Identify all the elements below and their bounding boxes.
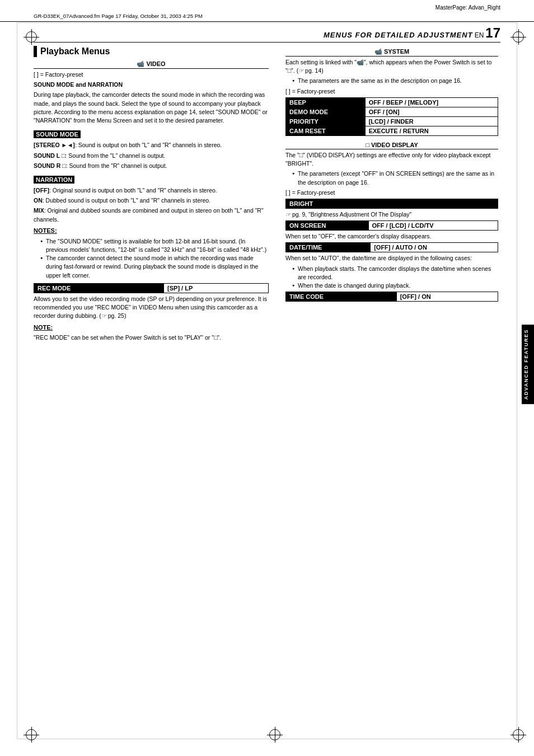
cam-reset-label: CAM RESET xyxy=(286,126,366,135)
bright-ref: ☞ pg. 9, "Brightness Adjustment Of The D… xyxy=(285,210,498,219)
rec-mode-table: REC MODE [SP] / LP xyxy=(34,283,269,293)
sound-mode-label: SOUND MODE xyxy=(34,130,81,138)
system-factory-preset: [ ] = Factory-preset xyxy=(285,87,498,96)
page: MasterPage: Advan_Right GR-D33EK_07Advan… xyxy=(0,0,534,756)
sound-mode-block: SOUND MODE [STEREO ►◄]: Sound is output … xyxy=(34,128,269,170)
system-menu-table: BEEP OFF / BEEP / [MELODY] DEMO MODE OFF… xyxy=(285,97,498,136)
on-screen-label: ON SCREEN xyxy=(286,221,369,231)
notes-heading: NOTES: xyxy=(34,227,269,236)
right-column: 📹 SYSTEM Each setting is linked with "📹"… xyxy=(285,46,498,344)
table-row: CAM RESET EXECUTE / RETURN xyxy=(286,126,498,135)
sound-mode-narration-heading: SOUND MODE and NARRATION xyxy=(34,81,269,89)
date-time-table: DATE/TIME [OFF] / AUTO / ON xyxy=(285,242,498,252)
note-block: NOTE: "REC MODE" can be set when the Pow… xyxy=(34,323,269,342)
rec-mode-option: [SP] / LP xyxy=(164,283,269,293)
demo-mode-label: DEMO MODE xyxy=(286,107,366,116)
playback-menus-title: Playback Menus xyxy=(40,46,110,57)
priority-label: PRIORITY xyxy=(286,116,366,126)
note-body: "REC MODE" can be set when the Power Swi… xyxy=(34,334,269,342)
column-spacer xyxy=(269,46,285,344)
video-display-header: □ VIDEO DISPLAY xyxy=(285,142,498,149)
beep-label: BEEP xyxy=(286,97,366,107)
time-code-label: TIME CODE xyxy=(286,292,397,302)
masterpage-label: MasterPage: Advan_Right xyxy=(0,0,534,12)
on-screen-table: ON SCREEN OFF / [LCD] / LCD/TV xyxy=(285,220,498,231)
narration-label: NARRATION xyxy=(34,176,74,184)
factory-preset-left: [ ] = Factory-preset xyxy=(34,71,269,79)
video-section-header: 📹 VIDEO xyxy=(34,60,269,69)
file-info: GR-D33EK_07Advanced.fm Page 17 Friday, O… xyxy=(0,12,534,22)
advanced-features-label: ADVANCED FEATURES xyxy=(522,325,534,404)
video-display-bullets: The parameters (except "OFF" in ON SCREE… xyxy=(285,170,498,186)
page-title-right: MENUS FOR DETAILED ADJUSTMENT EN 17 xyxy=(324,26,500,40)
system-bullet-1: The parameters are the same as in the de… xyxy=(292,77,498,85)
demo-mode-option: OFF / [ON] xyxy=(365,107,498,116)
on-screen-option: OFF / [LCD] / LCD/TV xyxy=(368,221,498,231)
narration-block: NARRATION [OFF]: Original sound is outpu… xyxy=(34,173,269,224)
en-label: EN xyxy=(475,31,484,39)
date-time-bullets: When playback starts. The camcorder disp… xyxy=(285,265,498,290)
system-bullets: The parameters are the same as in the de… xyxy=(285,77,498,85)
notes-list: The "SOUND MODE" setting is available fo… xyxy=(34,237,269,280)
date-time-note: When set to "AUTO", the date/time are di… xyxy=(285,254,498,262)
date-time-bullet-1: When playback starts. The camcorder disp… xyxy=(292,265,498,281)
bright-table: BRIGHT xyxy=(285,199,498,209)
left-column: Playback Menus 📹 VIDEO [ ] = Factory-pre… xyxy=(34,46,269,344)
video-display-bullet-1: The parameters (except "OFF" in ON SCREE… xyxy=(292,170,498,186)
page-header: MENUS FOR DETAILED ADJUSTMENT MENUS FOR … xyxy=(34,26,500,43)
table-row: ON SCREEN OFF / [LCD] / LCD/TV xyxy=(286,221,498,231)
priority-option: [LCD] / FINDER xyxy=(365,116,498,126)
table-row: BRIGHT xyxy=(286,199,498,208)
time-code-option: [OFF] / ON xyxy=(396,292,498,302)
table-row: PRIORITY [LCD] / FINDER xyxy=(286,116,498,126)
main-content: Playback Menus 📹 VIDEO [ ] = Factory-pre… xyxy=(34,46,500,344)
video-display-factory-preset: [ ] = Factory-preset xyxy=(285,189,498,197)
system-section-header: 📹 SYSTEM xyxy=(285,48,498,57)
video-display-body: The "□" (VIDEO DISPLAY) settings are eff… xyxy=(285,151,498,168)
table-row: TIME CODE [OFF] / ON xyxy=(286,292,498,302)
date-time-label: DATE/TIME xyxy=(286,243,371,252)
playback-menus-heading: Playback Menus xyxy=(34,46,269,57)
page-number: 17 xyxy=(485,26,500,40)
sound-mode-narration-body: During tape playback, the camcorder dete… xyxy=(34,91,269,125)
system-body: Each setting is linked with "📹", which a… xyxy=(285,58,498,75)
rec-mode-label: REC MODE xyxy=(34,283,164,293)
table-row: BEEP OFF / BEEP / [MELODY] xyxy=(286,97,498,107)
table-row: DATE/TIME [OFF] / AUTO / ON xyxy=(286,243,498,252)
page-title-text: MENUS FOR DETAILED ADJUSTMENT xyxy=(324,31,473,39)
heading-bar xyxy=(34,46,37,57)
on-screen-note: When set to "OFF", the camcorder's displ… xyxy=(285,232,498,241)
note-item-2: The camcorder cannot detect the sound mo… xyxy=(40,254,269,280)
date-time-bullet-2: When the date is changed during playback… xyxy=(292,281,498,290)
note-heading: NOTE: xyxy=(34,323,269,332)
table-row: DEMO MODE OFF / [ON] xyxy=(286,107,498,116)
beep-option: OFF / BEEP / [MELODY] xyxy=(365,97,498,107)
bright-label: BRIGHT xyxy=(286,199,498,208)
time-code-table: TIME CODE [OFF] / ON xyxy=(285,292,498,302)
rec-mode-body: Allows you to set the video recording mo… xyxy=(34,295,269,321)
notes-block: NOTES: The "SOUND MODE" setting is avail… xyxy=(34,227,269,280)
note-item-1: The "SOUND MODE" setting is available fo… xyxy=(40,237,269,254)
rec-mode-block: REC MODE [SP] / LP Allows you to set the… xyxy=(34,283,269,321)
date-time-option: [OFF] / AUTO / ON xyxy=(371,243,498,252)
cam-reset-option: EXECUTE / RETURN xyxy=(365,126,498,135)
